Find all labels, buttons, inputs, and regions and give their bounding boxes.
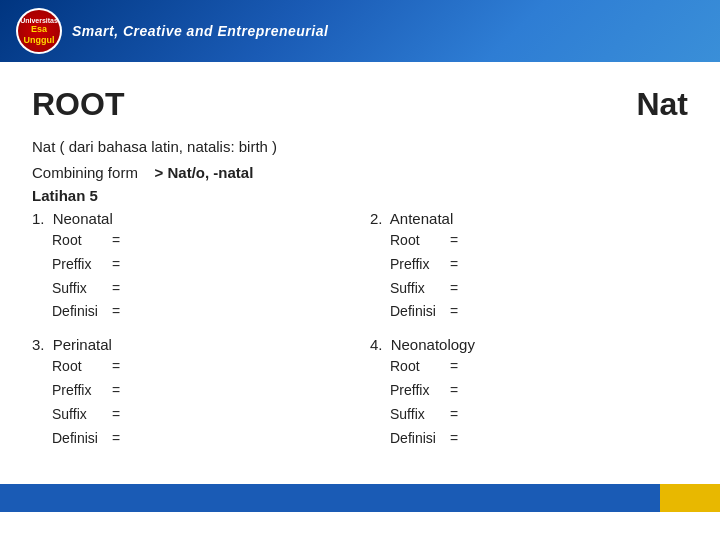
item-eq: = — [112, 229, 120, 253]
exercise-num-4: 4. — [370, 336, 383, 353]
exercise-name-4: Neonatology — [391, 336, 475, 353]
item-eq: = — [112, 277, 120, 301]
logo-inner: Universitas Esa Unggul — [18, 10, 60, 52]
main-content: ROOT Nat Nat ( dari bahasa latin, natali… — [0, 62, 720, 512]
item-label: Root — [390, 229, 444, 253]
item-label: Suffix — [390, 403, 444, 427]
item-eq: = — [112, 403, 120, 427]
logo-text-top: Universitas — [20, 17, 58, 24]
item-label: Preffix — [390, 379, 444, 403]
exercise-block-3: 3. Perinatal Root = Preffix = Suffix = D… — [32, 336, 350, 450]
item-label: Definisi — [390, 427, 444, 451]
exercise-num-2: 2. — [370, 210, 383, 227]
exercise-num-1: 1. — [32, 210, 45, 227]
item-eq: = — [112, 300, 120, 324]
info-line-2: Combining form > Nat/o, -natal — [32, 161, 688, 185]
item-eq: = — [112, 427, 120, 451]
exercise-name-2: Antenatal — [390, 210, 453, 227]
item-eq: = — [450, 403, 458, 427]
item-eq: = — [450, 427, 458, 451]
item-eq: = — [450, 229, 458, 253]
exercise-grid: 1. Neonatal Root = Preffix = Suffix = De… — [32, 210, 688, 462]
exercise-item: Definisi = — [32, 427, 350, 451]
item-label: Suffix — [390, 277, 444, 301]
exercise-item: Definisi = — [370, 427, 688, 451]
item-eq: = — [450, 379, 458, 403]
footer-blue-bar — [0, 484, 660, 512]
exercise-item: Preffix = — [370, 379, 688, 403]
logo-text-bottom: Esa Unggul — [18, 24, 60, 46]
item-label: Preffix — [390, 253, 444, 277]
item-eq: = — [112, 379, 120, 403]
exercise-item: Preffix = — [370, 253, 688, 277]
exercise-item: Definisi = — [32, 300, 350, 324]
item-label: Root — [52, 355, 106, 379]
exercise-title-4: 4. Neonatology — [370, 336, 688, 353]
exercise-item: Preffix = — [32, 379, 350, 403]
exercise-block-2: 2. Antenatal Root = Preffix = Suffix = D… — [370, 210, 688, 324]
item-eq: = — [450, 355, 458, 379]
exercise-name-3: Perinatal — [53, 336, 112, 353]
footer — [0, 484, 720, 512]
exercise-item: Suffix = — [370, 277, 688, 301]
exercise-title-1: 1. Neonatal — [32, 210, 350, 227]
combining-form-label: Combining form — [32, 164, 138, 181]
info-line-1: Nat ( dari bahasa latin, natalis: birth … — [32, 135, 688, 159]
item-label: Root — [52, 229, 106, 253]
page-title-root: ROOT — [32, 86, 124, 123]
combining-form-value: > Nat/o, -natal — [155, 164, 254, 181]
logo-area: Universitas Esa Unggul Smart, Creative a… — [16, 8, 328, 54]
exercise-item: Root = — [32, 355, 350, 379]
item-eq: = — [112, 355, 120, 379]
exercise-item: Suffix = — [32, 277, 350, 301]
exercise-num-3: 3. — [32, 336, 45, 353]
header: Universitas Esa Unggul Smart, Creative a… — [0, 0, 720, 62]
exercise-title-2: 2. Antenatal — [370, 210, 688, 227]
item-eq: = — [112, 253, 120, 277]
latihan-heading: Latihan 5 — [32, 187, 688, 204]
item-label: Suffix — [52, 403, 106, 427]
exercise-title-3: 3. Perinatal — [32, 336, 350, 353]
exercise-item: Suffix = — [32, 403, 350, 427]
item-label: Root — [390, 355, 444, 379]
page-title-nat: Nat — [636, 86, 688, 123]
exercise-name-1: Neonatal — [53, 210, 113, 227]
item-eq: = — [450, 253, 458, 277]
item-eq: = — [450, 277, 458, 301]
header-tagline: Smart, Creative and Entrepreneurial — [72, 23, 328, 39]
exercise-item: Root = — [32, 229, 350, 253]
item-label: Definisi — [390, 300, 444, 324]
item-label: Suffix — [52, 277, 106, 301]
exercise-item: Suffix = — [370, 403, 688, 427]
exercise-item: Root = — [370, 229, 688, 253]
exercise-item: Preffix = — [32, 253, 350, 277]
item-label: Preffix — [52, 253, 106, 277]
footer-gold-bar — [660, 484, 720, 512]
exercise-block-4: 4. Neonatology Root = Preffix = Suffix =… — [370, 336, 688, 450]
item-label: Preffix — [52, 379, 106, 403]
title-row: ROOT Nat — [32, 86, 688, 123]
item-eq: = — [450, 300, 458, 324]
logo-circle: Universitas Esa Unggul — [16, 8, 62, 54]
item-label: Definisi — [52, 427, 106, 451]
exercise-block-1: 1. Neonatal Root = Preffix = Suffix = De… — [32, 210, 350, 324]
item-label: Definisi — [52, 300, 106, 324]
exercise-item: Definisi = — [370, 300, 688, 324]
exercise-item: Root = — [370, 355, 688, 379]
